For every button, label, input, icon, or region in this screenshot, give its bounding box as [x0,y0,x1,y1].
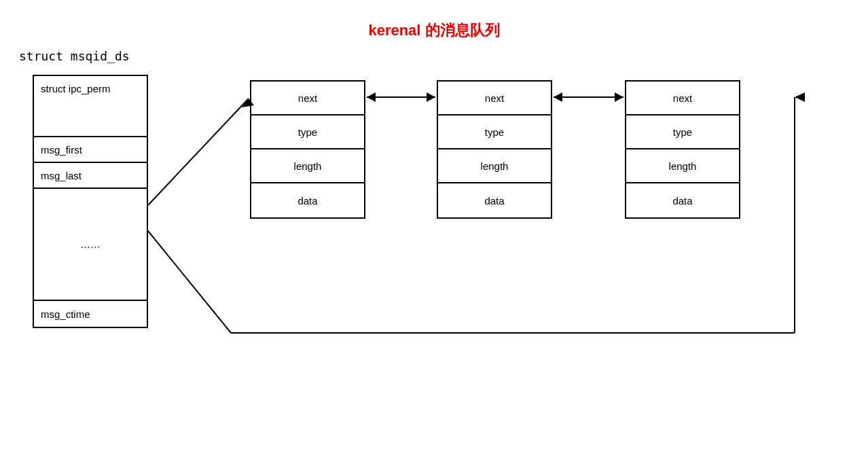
svg-marker-7 [367,92,376,102]
node3-length: length [626,149,739,183]
svg-line-2 [148,231,231,333]
node1-next: next [251,82,364,115]
node2-next: next [438,82,551,115]
struct-label: struct msqid_ds [19,49,130,63]
msg-first: msg_first [34,137,147,163]
svg-marker-5 [795,92,805,102]
svg-marker-11 [615,92,623,102]
node3-type: type [626,115,739,149]
svg-line-0 [148,99,249,205]
msg-node-1: next type length data [250,80,365,219]
struct-ipc-perm: struct ipc_perm [34,76,147,137]
node1-length: length [251,149,364,183]
msg-node-3: next type length data [625,80,740,219]
main-struct: struct ipc_perm msg_first msg_last …… ms… [33,75,148,328]
dots: …… [34,189,147,301]
node1-data: data [251,183,364,217]
node2-type: type [438,115,551,149]
svg-marker-8 [427,92,435,102]
msg-node-2: next type length data [437,80,552,219]
node2-data: data [438,183,551,217]
svg-marker-10 [554,92,562,102]
node3-data: data [626,183,739,217]
page-title: kerenal 的消息队列 [0,0,868,41]
node2-length: length [438,149,551,183]
msg-ctime: msg_ctime [34,301,147,327]
msg-last: msg_last [34,163,147,189]
node1-type: type [251,115,364,149]
node3-next: next [626,82,739,115]
